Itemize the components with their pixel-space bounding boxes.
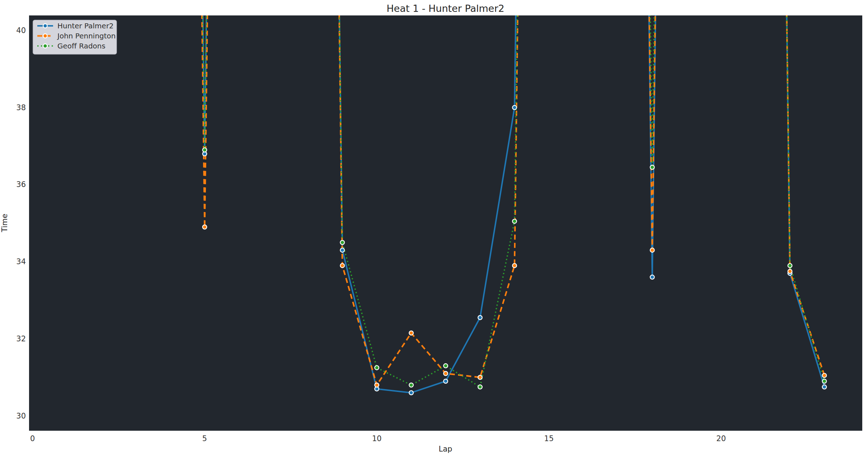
data-point-geoff-radons-lap-13 <box>478 385 482 389</box>
legend-label-john-pennington: John Pennington <box>57 32 116 40</box>
data-point-geoff-radons-lap-9 <box>340 240 345 245</box>
plot-area <box>29 15 862 431</box>
y-axis-label: Time <box>0 214 9 232</box>
y-tick-label-40: 40 <box>16 26 26 35</box>
data-point-geoff-radons-lap-12 <box>444 364 448 368</box>
legend-marker-john-pennington <box>43 34 47 38</box>
y-tick-label-30: 30 <box>16 412 26 420</box>
data-point-hunter-palmer2-lap-9 <box>340 248 345 252</box>
legend-label-hunter-palmer2: Hunter Palmer2 <box>57 22 114 30</box>
data-point-hunter-palmer2-lap-13 <box>478 316 482 320</box>
data-point-hunter-palmer2-lap-23 <box>822 385 827 389</box>
legend-marker-geoff-radons <box>43 44 47 48</box>
data-point-john-pennington-lap-23 <box>822 373 827 378</box>
legend-marker-hunter-palmer2 <box>43 24 47 28</box>
data-point-john-pennington-lap-11 <box>409 331 414 335</box>
data-point-john-pennington-lap-13 <box>478 375 482 380</box>
x-tick-label-0: 0 <box>30 434 35 443</box>
figure: Heat 1 - Hunter Palmer2 Lap Time 3032343… <box>0 0 868 458</box>
data-point-geoff-radons-lap-23 <box>822 379 827 383</box>
x-tick-label-15: 15 <box>544 434 554 443</box>
data-point-hunter-palmer2-lap-12 <box>444 379 448 383</box>
data-point-hunter-palmer2-lap-11 <box>409 391 414 395</box>
y-tick-label-32: 32 <box>16 335 26 343</box>
x-axis-ticks: 05101520 <box>30 434 726 443</box>
data-point-geoff-radons-lap-11 <box>409 383 414 387</box>
x-axis-label: Lap <box>439 445 452 453</box>
data-point-john-pennington-lap-14 <box>513 263 517 268</box>
data-point-geoff-radons-lap-22 <box>788 263 792 268</box>
data-point-hunter-palmer2-lap-18 <box>650 275 655 279</box>
data-point-john-pennington-lap-12 <box>444 371 448 376</box>
data-point-hunter-palmer2-lap-14 <box>513 106 517 110</box>
line-chart: Heat 1 - Hunter Palmer2 Lap Time 3032343… <box>0 0 868 458</box>
y-tick-label-38: 38 <box>16 103 26 112</box>
x-tick-label-5: 5 <box>202 434 207 443</box>
data-point-john-pennington-lap-18 <box>650 248 655 252</box>
data-point-john-pennington-lap-10 <box>375 383 379 387</box>
y-tick-label-34: 34 <box>16 257 26 266</box>
x-tick-label-20: 20 <box>716 434 726 443</box>
y-tick-label-36: 36 <box>16 180 26 189</box>
data-point-geoff-radons-lap-5 <box>203 148 207 152</box>
legend-label-geoff-radons: Geoff Radons <box>57 42 105 50</box>
chart-title: Heat 1 - Hunter Palmer2 <box>387 3 504 14</box>
data-point-john-pennington-lap-5 <box>203 225 207 229</box>
x-tick-label-10: 10 <box>372 434 382 443</box>
data-point-john-pennington-lap-22 <box>788 269 792 274</box>
y-axis-ticks: 303234363840 <box>16 26 26 420</box>
data-point-geoff-radons-lap-10 <box>375 366 379 370</box>
data-point-geoff-radons-lap-18 <box>650 165 655 169</box>
data-point-john-pennington-lap-9 <box>340 263 345 268</box>
data-point-geoff-radons-lap-14 <box>513 219 517 224</box>
legend: Hunter Palmer2John PenningtonGeoff Radon… <box>33 20 117 54</box>
